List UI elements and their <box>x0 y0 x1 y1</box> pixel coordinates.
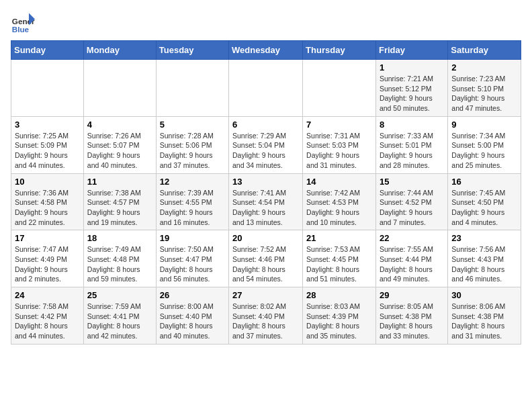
day-header-wednesday: Wednesday <box>229 41 303 60</box>
day-number: 30 <box>451 290 517 300</box>
day-number: 24 <box>15 290 80 300</box>
day-info: Sunrise: 8:02 AM Sunset: 4:40 PM Dayligh… <box>232 302 299 341</box>
day-number: 14 <box>306 177 372 187</box>
day-info: Sunrise: 7:38 AM Sunset: 4:57 PM Dayligh… <box>87 188 152 228</box>
calendar-cell: 11Sunrise: 7:38 AM Sunset: 4:57 PM Dayli… <box>83 173 156 230</box>
day-number: 20 <box>232 233 299 243</box>
day-info: Sunrise: 7:21 AM Sunset: 5:12 PM Dayligh… <box>380 74 444 113</box>
day-number: 25 <box>87 290 152 300</box>
calendar-cell: 17Sunrise: 7:47 AM Sunset: 4:49 PM Dayli… <box>11 230 84 287</box>
calendar-cell: 15Sunrise: 7:44 AM Sunset: 4:52 PM Dayli… <box>375 173 447 230</box>
calendar-cell: 22Sunrise: 7:55 AM Sunset: 4:44 PM Dayli… <box>375 230 447 287</box>
day-number: 18 <box>87 233 152 243</box>
day-info: Sunrise: 7:25 AM Sunset: 5:09 PM Dayligh… <box>15 131 80 171</box>
day-number: 10 <box>15 177 80 187</box>
day-header-tuesday: Tuesday <box>156 41 228 60</box>
day-number: 21 <box>306 233 372 243</box>
calendar-week-5: 24Sunrise: 7:58 AM Sunset: 4:42 PM Dayli… <box>11 287 521 345</box>
day-info: Sunrise: 7:52 AM Sunset: 4:46 PM Dayligh… <box>232 244 299 284</box>
day-number: 13 <box>232 177 299 187</box>
day-number: 2 <box>451 62 517 73</box>
day-header-friday: Friday <box>375 41 447 60</box>
day-info: Sunrise: 7:44 AM Sunset: 4:52 PM Dayligh… <box>380 188 444 228</box>
day-info: Sunrise: 7:26 AM Sunset: 5:07 PM Dayligh… <box>87 131 152 171</box>
calendar-cell: 27Sunrise: 8:02 AM Sunset: 4:40 PM Dayli… <box>229 287 303 345</box>
calendar-header: SundayMondayTuesdayWednesdayThursdayFrid… <box>11 41 521 60</box>
day-header-sunday: Sunday <box>11 41 84 60</box>
calendar-cell: 29Sunrise: 8:05 AM Sunset: 4:38 PM Dayli… <box>375 287 447 345</box>
calendar-table: SundayMondayTuesdayWednesdayThursdayFrid… <box>11 40 521 345</box>
day-header-saturday: Saturday <box>448 41 521 60</box>
day-info: Sunrise: 7:45 AM Sunset: 4:50 PM Dayligh… <box>451 188 517 228</box>
calendar-cell <box>229 60 303 117</box>
day-number: 4 <box>87 120 152 130</box>
calendar-week-3: 10Sunrise: 7:36 AM Sunset: 4:58 PM Dayli… <box>11 173 521 230</box>
calendar-cell: 9Sunrise: 7:34 AM Sunset: 5:00 PM Daylig… <box>448 116 521 173</box>
day-number: 26 <box>160 290 225 300</box>
calendar-body: 1Sunrise: 7:21 AM Sunset: 5:12 PM Daylig… <box>11 60 521 345</box>
day-number: 7 <box>306 120 372 130</box>
day-number: 1 <box>380 62 444 73</box>
logo-icon: General Blue <box>11 11 35 35</box>
day-info: Sunrise: 8:00 AM Sunset: 4:40 PM Dayligh… <box>160 302 225 341</box>
day-header-monday: Monday <box>83 41 156 60</box>
calendar-cell: 24Sunrise: 7:58 AM Sunset: 4:42 PM Dayli… <box>11 287 84 345</box>
day-info: Sunrise: 7:34 AM Sunset: 5:00 PM Dayligh… <box>451 131 517 171</box>
calendar-cell <box>11 60 84 117</box>
calendar-week-1: 1Sunrise: 7:21 AM Sunset: 5:12 PM Daylig… <box>11 60 521 117</box>
calendar-cell <box>83 60 156 117</box>
day-info: Sunrise: 7:53 AM Sunset: 4:45 PM Dayligh… <box>306 244 372 284</box>
day-number: 19 <box>160 233 225 243</box>
calendar-cell: 19Sunrise: 7:50 AM Sunset: 4:47 PM Dayli… <box>156 230 228 287</box>
calendar-cell: 6Sunrise: 7:29 AM Sunset: 5:04 PM Daylig… <box>229 116 303 173</box>
day-info: Sunrise: 7:59 AM Sunset: 4:41 PM Dayligh… <box>87 302 152 341</box>
day-info: Sunrise: 7:23 AM Sunset: 5:10 PM Dayligh… <box>451 74 517 113</box>
page-header: General Blue <box>11 11 521 35</box>
calendar-cell: 25Sunrise: 7:59 AM Sunset: 4:41 PM Dayli… <box>83 287 156 345</box>
calendar-week-2: 3Sunrise: 7:25 AM Sunset: 5:09 PM Daylig… <box>11 116 521 173</box>
day-number: 12 <box>160 177 225 187</box>
day-number: 16 <box>451 177 517 187</box>
calendar-cell: 23Sunrise: 7:56 AM Sunset: 4:43 PM Dayli… <box>448 230 521 287</box>
day-info: Sunrise: 8:05 AM Sunset: 4:38 PM Dayligh… <box>380 302 444 341</box>
calendar-cell: 1Sunrise: 7:21 AM Sunset: 5:12 PM Daylig… <box>375 60 447 117</box>
day-info: Sunrise: 7:28 AM Sunset: 5:06 PM Dayligh… <box>160 131 225 171</box>
day-number: 17 <box>15 233 80 243</box>
calendar-cell: 14Sunrise: 7:42 AM Sunset: 4:53 PM Dayli… <box>303 173 376 230</box>
day-info: Sunrise: 7:47 AM Sunset: 4:49 PM Dayligh… <box>15 244 80 284</box>
day-header-thursday: Thursday <box>303 41 376 60</box>
calendar-cell: 28Sunrise: 8:03 AM Sunset: 4:39 PM Dayli… <box>303 287 376 345</box>
calendar-cell: 30Sunrise: 8:06 AM Sunset: 4:38 PM Dayli… <box>448 287 521 345</box>
day-number: 11 <box>87 177 152 187</box>
calendar-cell: 10Sunrise: 7:36 AM Sunset: 4:58 PM Dayli… <box>11 173 84 230</box>
calendar-cell: 20Sunrise: 7:52 AM Sunset: 4:46 PM Dayli… <box>229 230 303 287</box>
day-number: 6 <box>232 120 299 130</box>
day-number: 9 <box>451 120 517 130</box>
logo: General Blue <box>11 11 35 35</box>
calendar-cell: 4Sunrise: 7:26 AM Sunset: 5:07 PM Daylig… <box>83 116 156 173</box>
day-info: Sunrise: 7:50 AM Sunset: 4:47 PM Dayligh… <box>160 244 225 284</box>
day-info: Sunrise: 7:56 AM Sunset: 4:43 PM Dayligh… <box>451 244 517 284</box>
day-info: Sunrise: 7:58 AM Sunset: 4:42 PM Dayligh… <box>15 302 80 341</box>
calendar-cell: 2Sunrise: 7:23 AM Sunset: 5:10 PM Daylig… <box>448 60 521 117</box>
calendar-cell: 26Sunrise: 8:00 AM Sunset: 4:40 PM Dayli… <box>156 287 228 345</box>
day-number: 15 <box>380 177 444 187</box>
day-info: Sunrise: 7:49 AM Sunset: 4:48 PM Dayligh… <box>87 244 152 284</box>
day-info: Sunrise: 7:36 AM Sunset: 4:58 PM Dayligh… <box>15 188 80 228</box>
calendar-cell: 21Sunrise: 7:53 AM Sunset: 4:45 PM Dayli… <box>303 230 376 287</box>
day-number: 8 <box>380 120 444 130</box>
day-info: Sunrise: 7:39 AM Sunset: 4:55 PM Dayligh… <box>160 188 225 228</box>
day-number: 5 <box>160 120 225 130</box>
calendar-cell: 13Sunrise: 7:41 AM Sunset: 4:54 PM Dayli… <box>229 173 303 230</box>
day-info: Sunrise: 7:41 AM Sunset: 4:54 PM Dayligh… <box>232 188 299 228</box>
day-info: Sunrise: 7:33 AM Sunset: 5:01 PM Dayligh… <box>380 131 444 171</box>
day-number: 22 <box>380 233 444 243</box>
calendar-cell <box>156 60 228 117</box>
calendar-cell: 8Sunrise: 7:33 AM Sunset: 5:01 PM Daylig… <box>375 116 447 173</box>
day-number: 28 <box>306 290 372 300</box>
day-info: Sunrise: 7:31 AM Sunset: 5:03 PM Dayligh… <box>306 131 372 171</box>
day-info: Sunrise: 7:42 AM Sunset: 4:53 PM Dayligh… <box>306 188 372 228</box>
day-number: 3 <box>15 120 80 130</box>
calendar-cell: 3Sunrise: 7:25 AM Sunset: 5:09 PM Daylig… <box>11 116 84 173</box>
calendar-cell: 18Sunrise: 7:49 AM Sunset: 4:48 PM Dayli… <box>83 230 156 287</box>
